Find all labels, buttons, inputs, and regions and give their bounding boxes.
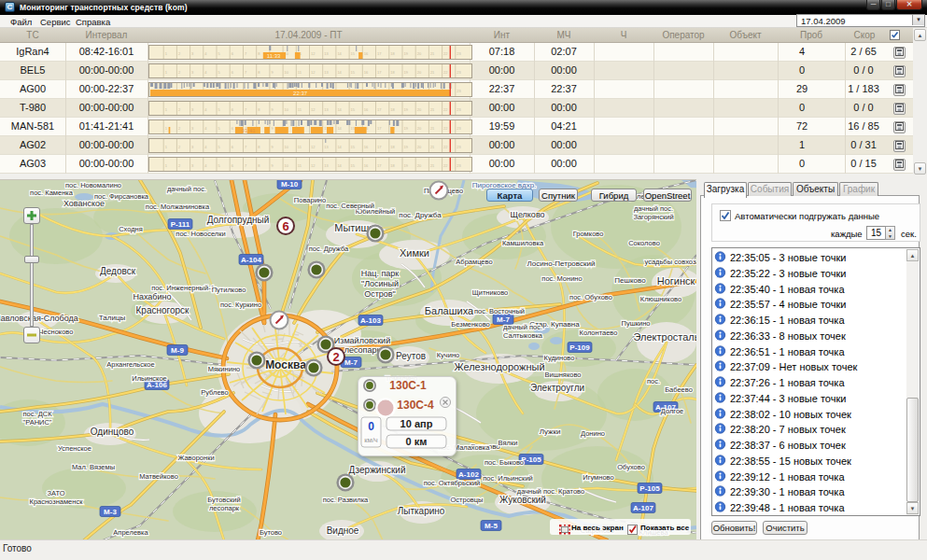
svg-text:ЗАТО: ЗАТО	[47, 489, 64, 497]
svg-text:15: 15	[351, 70, 356, 75]
svg-text:17: 17	[377, 51, 382, 56]
svg-text:Пешково: Пешково	[614, 276, 646, 285]
svg-text:12: 12	[311, 145, 316, 149]
svg-text:23: 23	[456, 70, 461, 75]
svg-text:дачный пос.: дачный пос.	[634, 204, 673, 213]
svg-text:20: 20	[417, 126, 422, 131]
svg-text:Щитниково: Щитниково	[472, 288, 509, 297]
svg-text:14: 14	[337, 51, 342, 56]
svg-text:дачный пос. Кратово: дачный пос. Кратово	[517, 487, 584, 496]
svg-text:21: 21	[430, 107, 435, 112]
svg-text:А-104: А-104	[241, 256, 261, 264]
svg-text:Лыткарино: Лыткарино	[398, 506, 445, 516]
svg-text:Дедовск: Дедовск	[100, 266, 136, 276]
svg-text:Талицы: Талицы	[99, 314, 126, 322]
svg-text:21: 21	[430, 126, 435, 131]
svg-text:19: 19	[404, 107, 409, 112]
svg-text:17: 17	[377, 163, 382, 168]
svg-text:21: 21	[430, 70, 435, 75]
svg-text:Мал. Вяземы: Мал. Вяземы	[72, 463, 115, 471]
svg-text:Кучино: Кучино	[437, 351, 460, 359]
svg-text:Электросталь: Электросталь	[634, 331, 696, 343]
svg-text:10: 10	[285, 70, 289, 75]
svg-text:18: 18	[390, 163, 395, 168]
svg-text:15: 15	[351, 163, 356, 168]
svg-text:Красногорск: Красногорск	[136, 305, 190, 315]
svg-text:км/ч: км/ч	[364, 436, 378, 444]
svg-text:23: 23	[456, 107, 461, 112]
svg-text:пос. Октябрьский: пос. Октябрьский	[424, 479, 481, 487]
svg-text:10 апр: 10 апр	[400, 418, 433, 429]
svg-text:23: 23	[456, 163, 461, 168]
svg-text:0 км: 0 км	[406, 436, 428, 447]
svg-text:Одинцово: Одинцово	[91, 427, 134, 437]
svg-text:130C-4: 130C-4	[397, 399, 434, 412]
svg-text:Р-109: Р-109	[569, 343, 590, 352]
svg-text:12: 12	[311, 163, 316, 168]
svg-text:14: 14	[337, 70, 342, 75]
svg-text:22:37: 22:37	[293, 91, 308, 96]
svg-text:2: 2	[332, 350, 339, 364]
svg-text:Камшиловка: Камшиловка	[502, 239, 544, 247]
svg-text:13: 13	[324, 145, 329, 149]
svg-text:Р-105: Р-105	[521, 455, 541, 464]
svg-text:пос. Куркино: пос. Куркино	[220, 301, 261, 309]
svg-text:22: 22	[443, 145, 448, 149]
svg-text:"РАНИС": "РАНИС"	[22, 418, 51, 427]
svg-text:Мякинино: Мякинино	[208, 365, 240, 373]
svg-text:16: 16	[364, 163, 369, 168]
svg-text:10: 10	[285, 145, 289, 149]
svg-text:19: 19	[404, 70, 409, 75]
svg-text:Нац. парк: Нац. парк	[361, 269, 400, 278]
svg-text:Жаворонки: Жаворонки	[177, 454, 214, 462]
svg-text:Сходня: Сходня	[119, 225, 143, 233]
svg-text:Соколово: Соколово	[628, 239, 660, 247]
svg-text:Жуковский: Жуковский	[499, 495, 546, 505]
svg-text:19: 19	[404, 163, 409, 168]
svg-text:20: 20	[417, 107, 422, 112]
svg-text:10: 10	[285, 163, 289, 168]
svg-text:19: 19	[404, 51, 409, 56]
svg-text:18: 18	[390, 70, 395, 75]
svg-text:Загорянский: Загорянский	[633, 213, 673, 221]
svg-text:А-107: А-107	[633, 504, 653, 512]
svg-text:10: 10	[285, 107, 289, 112]
svg-text:Остров": Остров"	[364, 289, 396, 299]
svg-text:пос. ДСК: пос. ДСК	[22, 410, 52, 418]
svg-text:16: 16	[364, 107, 369, 112]
svg-text:14: 14	[337, 145, 342, 149]
svg-text:пос. Каменка: пос. Каменка	[30, 189, 74, 197]
svg-text:Дзержинский: Дзержинский	[348, 465, 405, 475]
svg-text:Ильинское: Ильинское	[132, 374, 166, 383]
svg-text:20: 20	[417, 163, 422, 168]
svg-text:23: 23	[456, 51, 461, 56]
svg-text:Железнодорожный: Железнодорожный	[454, 361, 544, 372]
svg-text:19: 19	[404, 145, 409, 149]
svg-text:Павловская-Слобода: Павловская-Слобода	[0, 314, 78, 323]
svg-text:22: 22	[443, 70, 448, 75]
svg-text:Кудиново: Кудиново	[544, 354, 575, 362]
svg-text:18: 18	[390, 51, 395, 56]
svg-text:Долгопрудный: Долгопрудный	[207, 215, 270, 225]
svg-text:15: 15	[351, 145, 356, 149]
svg-text:Архангельское: Архангельское	[106, 360, 154, 369]
svg-text:Колонтаево: Колонтаево	[580, 329, 618, 337]
svg-text:Пушкино: Пушкино	[622, 319, 651, 328]
svg-text:22: 22	[443, 163, 448, 168]
svg-text:13: 13	[324, 107, 329, 112]
svg-text:Р-105: Р-105	[639, 484, 660, 493]
svg-text:пос. Инженерный-1: пос. Инженерный-1	[151, 284, 215, 292]
svg-text:пос. Фирсановка: пос. Фирсановка	[94, 192, 149, 201]
svg-text:лесопарк: лесопарк	[209, 504, 240, 512]
svg-text:М-3: М-3	[104, 508, 117, 516]
svg-text:М-10: М-10	[281, 180, 299, 189]
svg-text:22: 22	[443, 107, 448, 112]
svg-text:Абрамцево: Абрамцево	[456, 258, 492, 266]
svg-text:Обухово: Обухово	[617, 463, 645, 471]
svg-text:Апрелевка: Апрелевка	[113, 528, 148, 537]
svg-text:Вишняково: Вишняково	[544, 371, 581, 379]
svg-text:Лужки: Лужки	[540, 427, 561, 436]
svg-text:Бутовский: Бутовский	[207, 496, 240, 504]
svg-text:Щелково: Щелково	[510, 210, 544, 219]
svg-text:пос. Монино: пос. Монино	[541, 274, 582, 283]
